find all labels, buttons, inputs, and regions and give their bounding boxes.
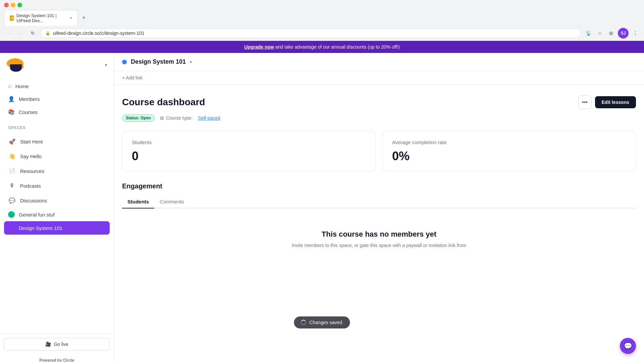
dashboard-content: Course dashboard ••• Edit lessons Status… [114, 85, 644, 272]
courses-icon: 📚 [8, 109, 15, 115]
course-type-value[interactable]: Self-paced [198, 115, 220, 121]
sidebar-item-start-here[interactable]: 🚀 Start Here [4, 134, 110, 149]
course-title: Design System 101 [131, 58, 186, 65]
course-status-dot [122, 60, 127, 64]
space-label-say-hello: Say Hello [20, 154, 42, 159]
tab-title: Design System 101 | UIFeed Des... [16, 13, 67, 23]
sidebar-item-design-system-101[interactable]: Design System 101 [4, 221, 110, 235]
tab-close-button[interactable]: × [70, 16, 72, 20]
spaces-section-title: Spaces [0, 121, 114, 131]
powered-by-brand: Circle [63, 358, 74, 362]
sidebar-logo [7, 58, 27, 72]
browser-menu-button[interactable]: ⋮ [631, 28, 640, 38]
sidebar-item-members[interactable]: 👤 Members [4, 93, 110, 106]
engagement-tabs: Students Comments [122, 195, 636, 208]
podcasts-icon: 🎙 [8, 182, 16, 190]
forward-button[interactable]: → [16, 28, 25, 38]
main-layout: ▾ ⌂ Home 👤 Members 📚 Courses Spaces [0, 53, 644, 362]
toast-message: Changes saved. [309, 320, 343, 325]
active-browser-tab[interactable]: UI Design System 101 | UIFeed Des... × [4, 10, 78, 26]
sidebar-label-members: Members [19, 96, 40, 102]
sidebar-item-discussions[interactable]: 💬 Discussions [4, 193, 110, 208]
refresh-button[interactable]: ↻ [28, 28, 38, 38]
back-button[interactable]: ← [4, 28, 13, 38]
window-controls [4, 3, 22, 7]
general-fun-dot [8, 211, 15, 218]
sidebar-item-podcasts[interactable]: 🎙 Podcasts [4, 178, 110, 193]
course-meta: Status: Open ⊞ Course type: Self-paced [122, 114, 636, 122]
toast-spinner-icon [301, 320, 306, 325]
lock-icon: 🔒 [45, 31, 50, 36]
more-options-button[interactable]: ••• [578, 96, 592, 109]
content-area: Design System 101 ▾ + Add link Course da… [114, 53, 644, 362]
sidebar-item-courses[interactable]: 📚 Courses [4, 106, 110, 119]
maximize-window-button[interactable] [17, 3, 22, 7]
no-members-title: This course has no members yet [129, 230, 629, 239]
sidebar-nav: ⌂ Home 👤 Members 📚 Courses [0, 77, 114, 121]
sidebar-footer: 🎥 Go live [0, 334, 114, 355]
space-label-discussions: Discussions [20, 198, 47, 203]
browser-nav-bar: ← → ↻ 🔒 uifeed-design.circle.so/c/design… [0, 26, 644, 41]
students-stat-card: Students 0 [122, 131, 376, 172]
edit-lessons-button[interactable]: Edit lessons [595, 96, 636, 108]
completion-value: 0% [392, 149, 626, 163]
course-type-icon: ⊞ [160, 115, 164, 121]
browser-layout-icon[interactable]: ⊞ [606, 28, 616, 38]
sidebar-item-home[interactable]: ⌂ Home [4, 80, 110, 93]
close-window-button[interactable] [4, 3, 9, 7]
students-value: 0 [132, 149, 366, 163]
browser-tabs-bar: UI Design System 101 | UIFeed Des... × + [0, 10, 644, 26]
tab-favicon-icon: UI [10, 15, 14, 21]
sidebar-label-courses: Courses [19, 109, 38, 115]
upgrade-banner: Upgrade now and take advantage of our an… [0, 41, 644, 53]
sidebar-collapse-chevron[interactable]: ▾ [105, 63, 107, 67]
address-bar[interactable]: 🔒 uifeed-design.circle.so/c/design-syste… [40, 28, 581, 38]
profile-button[interactable]: SJ [618, 28, 629, 39]
home-icon: ⌂ [8, 83, 11, 89]
space-label-start-here: Start Here [20, 139, 43, 144]
sidebar-label-home: Home [15, 83, 29, 89]
students-label: Students [132, 139, 366, 145]
new-tab-button[interactable]: + [79, 13, 89, 23]
completion-label: Average completion rate [392, 139, 626, 145]
engagement-title: Engagement [122, 182, 636, 190]
spaces-nav: 🚀 Start Here 👋 Say Hello 📄 Resources 🎙 P… [0, 131, 114, 237]
discussions-icon: 💬 [8, 196, 16, 204]
sidebar-item-general-fun[interactable]: General fun stuf [4, 208, 110, 221]
dashboard-actions: ••• Edit lessons [578, 96, 636, 109]
app-wrapper: Upgrade now and take advantage of our an… [0, 41, 644, 362]
stats-row: Students 0 Average completion rate 0% [122, 131, 636, 172]
add-link-button[interactable]: + Add link [122, 75, 636, 80]
say-hello-icon: 👋 [8, 152, 16, 160]
engagement-section: Engagement Students Comments This course… [122, 182, 636, 261]
no-members-description: Invite members to this space, or gate th… [278, 243, 480, 248]
bookmark-icon[interactable]: ☆ [595, 28, 604, 38]
chat-fab-button[interactable]: 💬 [620, 338, 636, 354]
go-live-label: Go live [54, 342, 68, 347]
browser-chrome: UI Design System 101 | UIFeed Des... × +… [0, 0, 644, 41]
browser-titlebar [0, 0, 644, 10]
completion-stat-card: Average completion rate 0% [382, 131, 636, 172]
tab-students[interactable]: Students [122, 195, 154, 208]
cast-icon[interactable]: 📡 [584, 28, 593, 38]
powered-by-prefix: Powered by [39, 358, 63, 362]
space-label-general-fun: General fun stuf [19, 212, 55, 218]
sidebar-header: ▾ [0, 53, 114, 77]
sidebar-item-say-hello[interactable]: 👋 Say Hello [4, 149, 110, 164]
resources-icon: 📄 [8, 167, 16, 175]
upgrade-now-link[interactable]: Upgrade now [244, 44, 274, 50]
dashboard-title: Course dashboard [122, 97, 205, 108]
sidebar-item-resources[interactable]: 📄 Resources [4, 164, 110, 178]
logo-dark-shape [10, 64, 22, 72]
course-type-prefix: Course type: [166, 115, 193, 121]
go-live-button[interactable]: 🎥 Go live [4, 338, 110, 351]
start-here-icon: 🚀 [8, 137, 16, 145]
course-dropdown-chevron[interactable]: ▾ [190, 60, 192, 64]
status-badge: Status: Open [122, 114, 155, 122]
go-live-icon: 🎥 [45, 342, 51, 347]
minimize-window-button[interactable] [11, 3, 15, 7]
add-link-bar: + Add link [114, 71, 644, 85]
no-members-panel: This course has no members yet Invite me… [122, 217, 636, 261]
members-icon: 👤 [8, 96, 15, 102]
tab-comments[interactable]: Comments [154, 195, 190, 208]
